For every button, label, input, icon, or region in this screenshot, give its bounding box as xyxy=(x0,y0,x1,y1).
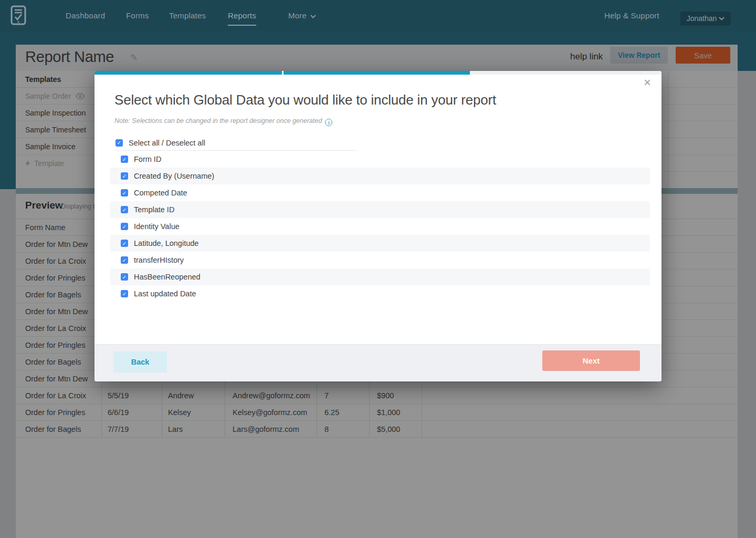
field-label: Competed Date xyxy=(134,189,187,197)
nav-item-reports[interactable]: Reports xyxy=(228,0,256,32)
field-row[interactable]: ✓ Last updated Date xyxy=(94,285,662,302)
top-nav: Dashboard Forms Templates Reports More H… xyxy=(0,0,756,32)
field-label: Identity Value xyxy=(134,222,180,231)
field-label: HasBeenReopened xyxy=(134,273,201,281)
chevron-down-icon xyxy=(719,14,724,23)
field-row[interactable]: ✓ Form ID xyxy=(94,151,662,168)
field-row[interactable]: ✓ Created By (Username) xyxy=(110,168,650,184)
nav-item-more[interactable]: More xyxy=(288,0,316,32)
field-label: Created By (Username) xyxy=(134,172,214,180)
field-list: ✓ Form ID ✓ Created By (Username) ✓ Comp… xyxy=(94,151,662,302)
field-row[interactable]: ✓ transferHIstory xyxy=(94,252,662,268)
nav-item-templates[interactable]: Templates xyxy=(169,0,206,32)
chevron-down-icon xyxy=(310,0,316,32)
checkbox-checked-icon[interactable]: ✓ xyxy=(121,290,128,297)
progress-segment xyxy=(284,71,470,75)
select-all-row[interactable]: ✓ Select all / Deselect all xyxy=(114,135,357,151)
modal-footer: Back Next xyxy=(94,344,662,381)
checkbox-checked-icon[interactable]: ✓ xyxy=(121,273,128,281)
global-data-dialog: × Select which Global Data you would lik… xyxy=(94,71,662,381)
active-tab-underline xyxy=(228,25,256,26)
field-label: Template ID xyxy=(134,205,174,214)
field-row[interactable]: ✓ HasBeenReopened xyxy=(110,268,650,285)
dialog-note: Note: Selections can be changed in the r… xyxy=(114,117,332,126)
select-all-label: Select all / Deselect all xyxy=(129,139,205,147)
field-row[interactable]: ✓ Latitude, Longitude xyxy=(110,235,650,252)
field-row[interactable]: ✓ Identity Value xyxy=(94,218,662,235)
checkbox-checked-icon[interactable]: ✓ xyxy=(121,240,128,247)
dialog-title: Select which Global Data you would like … xyxy=(114,92,496,108)
next-button[interactable]: Next xyxy=(542,350,640,371)
help-support-link[interactable]: Help & Support xyxy=(604,0,659,32)
field-row[interactable]: ✓ Competed Date xyxy=(94,184,662,201)
back-button[interactable]: Back xyxy=(113,351,167,373)
info-icon[interactable]: i xyxy=(325,119,332,126)
checkbox-checked-icon[interactable]: ✓ xyxy=(121,206,128,213)
checkbox-checked-icon[interactable]: ✓ xyxy=(121,223,128,230)
field-label: transferHIstory xyxy=(134,256,184,264)
checkbox-checked-icon[interactable]: ✓ xyxy=(121,156,128,163)
checkbox-checked-icon[interactable]: ✓ xyxy=(121,189,128,196)
wizard-progress-bar xyxy=(94,71,662,75)
user-menu[interactable]: Jonathan xyxy=(680,12,731,26)
checkbox-checked-icon[interactable]: ✓ xyxy=(121,256,128,264)
close-icon[interactable]: × xyxy=(644,76,651,89)
checkbox-checked-icon[interactable]: ✓ xyxy=(121,172,128,180)
progress-segment xyxy=(94,71,282,75)
field-label: Form ID xyxy=(134,155,161,163)
app-logo-icon[interactable] xyxy=(10,5,26,27)
field-label: Latitude, Longitude xyxy=(134,239,198,247)
progress-segment xyxy=(470,71,662,75)
nav-item-dashboard[interactable]: Dashboard xyxy=(66,0,105,32)
field-row[interactable]: ✓ Template ID xyxy=(110,201,650,218)
nav-item-forms[interactable]: Forms xyxy=(126,0,149,32)
field-label: Last updated Date xyxy=(134,289,196,298)
checkbox-checked-icon[interactable]: ✓ xyxy=(116,139,123,147)
